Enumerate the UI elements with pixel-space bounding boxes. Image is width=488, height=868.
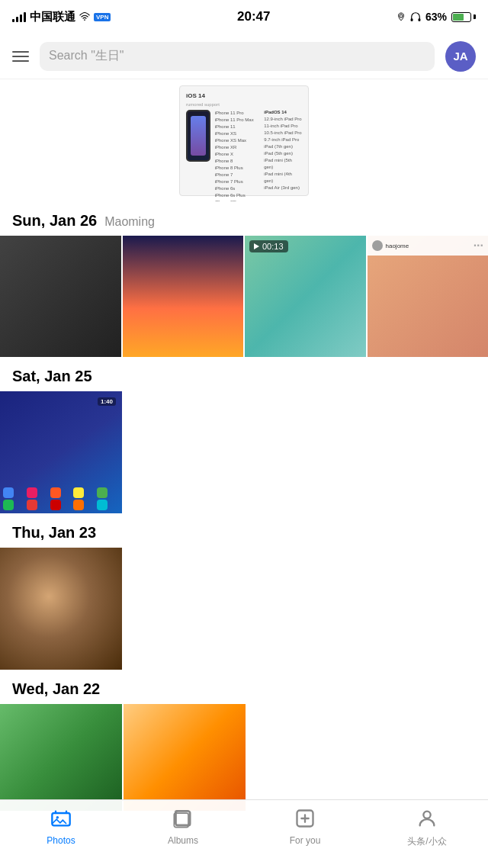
phone-time: 1:40 [98, 397, 116, 406]
svg-point-5 [56, 816, 59, 819]
device-list-right: 12.9-inch iPad Pro 11-inch iPad Pro 10.5… [264, 116, 302, 191]
apps-grid [3, 487, 119, 510]
nav-item-profile[interactable]: 头条/小众 [366, 808, 488, 848]
date-header-jan26: Sun, Jan 26 Maoming [0, 201, 488, 236]
menu-button[interactable] [12, 51, 29, 62]
signal-icon [12, 11, 26, 22]
social-avatar [372, 240, 383, 251]
profile-label: 头条/小众 [407, 835, 446, 848]
profile-icon [416, 808, 438, 832]
svg-point-0 [84, 19, 85, 21]
carrier-label: 中国联通 [30, 10, 75, 24]
photos-label: Photos [47, 835, 75, 846]
search-placeholder: Search "生日" [49, 48, 124, 64]
bottom-nav: Photos Albums For you 头条/小众 [0, 799, 488, 868]
battery-percent: 63% [425, 11, 447, 23]
date-main-jan25: Sat, Jan 25 [12, 368, 92, 385]
card-subtitle: rumored support [186, 102, 302, 107]
photo-grid-jan26: 00:13 haojome ··· [0, 236, 488, 357]
foryou-label: For you [290, 835, 321, 846]
svg-rect-2 [411, 18, 413, 21]
foryou-icon [294, 808, 316, 832]
search-bar: Search "生日" JA [0, 34, 488, 79]
content-area: iOS 14 rumored support iPhone 11 Pro iPh… [0, 79, 488, 868]
status-left: 中国联通 VPN [12, 10, 111, 24]
search-field[interactable]: Search "生日" [40, 42, 435, 71]
date-header-jan22: Wed, Jan 22 [0, 670, 488, 704]
status-right: 63% [396, 11, 476, 23]
headphone-icon [410, 11, 421, 22]
nav-item-foryou[interactable]: For you [244, 808, 366, 846]
ipad-title: iPadOS 14 [264, 110, 302, 114]
location-icon [396, 11, 406, 22]
video-duration: 00:13 [262, 242, 284, 251]
date-main-jan23: Thu, Jan 23 [12, 524, 96, 542]
date-header-jan23: Thu, Jan 23 [0, 513, 488, 548]
nav-item-photos[interactable]: Photos [0, 808, 122, 846]
svg-rect-4 [52, 813, 69, 825]
svg-rect-3 [418, 18, 420, 21]
photo-cell-jan26-3[interactable]: 00:13 [245, 236, 366, 357]
svg-point-1 [400, 14, 403, 18]
time-display: 20:47 [237, 9, 270, 24]
status-bar: 中国联通 VPN 20:47 63% [0, 0, 488, 34]
device-list-left: iPhone 11 Pro iPhone 11 Pro Max iPhone 1… [215, 110, 257, 202]
phone-image [186, 110, 210, 162]
photo-cell-jan23-1[interactable] [0, 548, 122, 670]
wifi-icon [79, 11, 90, 22]
social-name: haojome [386, 243, 409, 249]
nav-item-albums[interactable]: Albums [122, 808, 244, 846]
social-overlay: haojome ··· [368, 236, 489, 256]
svg-point-10 [423, 812, 430, 818]
albums-icon [172, 808, 194, 832]
date-header-jan25: Sat, Jan 25 [0, 357, 488, 391]
albums-label: Albums [168, 835, 198, 846]
date-main-jan22: Wed, Jan 22 [12, 680, 100, 698]
photo-cell-jan25-1[interactable]: 1:40 [0, 391, 122, 513]
photo-cell-jan26-2[interactable] [123, 236, 244, 357]
photo-cell-jan26-1[interactable] [0, 236, 121, 357]
card-title: iOS 14 [186, 92, 302, 99]
photo-cell-jan22-2[interactable] [124, 704, 246, 811]
photo-row-jan23[interactable] [0, 548, 122, 670]
top-screenshot[interactable]: iOS 14 rumored support iPhone 11 Pro iPh… [0, 79, 488, 201]
more-options-icon[interactable]: ··· [474, 239, 483, 252]
battery-icon [451, 12, 476, 22]
photo-row-jan25[interactable]: 1:40 [0, 391, 122, 513]
ios14-card: iOS 14 rumored support iPhone 11 Pro iPh… [179, 85, 309, 196]
vpn-badge: VPN [94, 13, 111, 21]
photos-icon [50, 808, 72, 832]
avatar[interactable]: JA [445, 41, 476, 72]
date-location-jan26: Maoming [104, 215, 155, 229]
photo-row-jan22 [0, 704, 488, 811]
photo-cell-jan22-1[interactable] [0, 704, 122, 811]
date-main-jan26: Sun, Jan 26 [12, 212, 97, 230]
photo-cell-jan26-4[interactable]: haojome ··· [368, 236, 489, 357]
video-badge: 00:13 [249, 240, 288, 252]
play-icon [254, 243, 259, 249]
